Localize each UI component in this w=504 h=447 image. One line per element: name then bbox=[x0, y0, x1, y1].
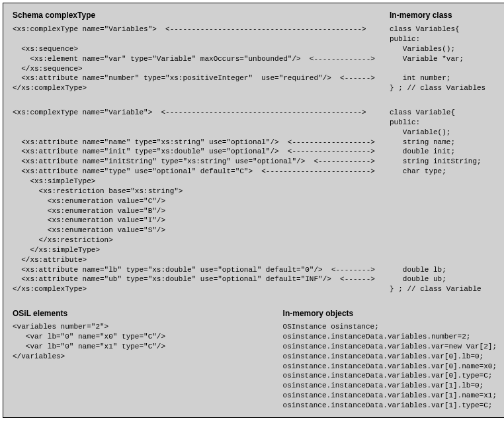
code-line: <xs:enumeration value="I"/> bbox=[13, 216, 497, 225]
class-code: public: bbox=[390, 118, 497, 128]
osil-code: <var lb="0" name="x0" type="C"/> bbox=[13, 332, 283, 342]
schema-code: <xs:sequence> bbox=[13, 44, 390, 54]
code-line: <xs:element name="var" type="Variable" m… bbox=[13, 54, 497, 64]
code-line: <xs:attribute name="type" use="optional"… bbox=[13, 167, 497, 177]
schema-code bbox=[13, 128, 390, 138]
schema-code: <xs:complexType name="Variables"> <-----… bbox=[13, 24, 390, 34]
class-code: int number; bbox=[390, 73, 497, 83]
schema-code: <xs:attribute name="lb" type="xs:double"… bbox=[13, 265, 390, 275]
class-code: double lb; bbox=[390, 265, 497, 275]
code-line: </xs:restriction> bbox=[13, 235, 497, 245]
bottom-section: OSiL elements <variables number="2"> <va… bbox=[13, 309, 497, 411]
osil-code: </variables> bbox=[13, 352, 283, 362]
code-line: <xs:attribute name="ub" type="xs:double"… bbox=[13, 274, 497, 284]
class-code bbox=[390, 245, 497, 255]
object-code: osinstance.instanceData.variables.var[1]… bbox=[283, 391, 497, 401]
schema-code: <xs:enumeration value="I"/> bbox=[13, 216, 390, 225]
schema-code: <xs:complexType name="Variable"> <------… bbox=[13, 108, 390, 118]
schema-code: <xs:attribute name="type" use="optional"… bbox=[13, 167, 390, 177]
object-code: osinstance.instanceData.variables.var=ne… bbox=[283, 342, 497, 352]
block-variable: <xs:complexType name="Variable"> <------… bbox=[13, 108, 497, 294]
objects-column: In-memory objects OSInstance osinstance;… bbox=[283, 309, 497, 411]
class-code: char type; bbox=[390, 167, 497, 177]
class-code: Variable(); bbox=[390, 128, 497, 138]
osil-column: OSiL elements <variables number="2"> <va… bbox=[13, 309, 283, 411]
class-code: double ub; bbox=[390, 274, 497, 284]
code-line: <xs:restriction base="xs:string"> bbox=[13, 186, 497, 196]
osil-code: <variables number="2"> bbox=[13, 322, 283, 332]
object-code: osinstance.instanceData.variables.var[0]… bbox=[283, 362, 497, 372]
code-line: </xs:complexType>} ; // class Variable bbox=[13, 284, 497, 294]
class-code: class Variable{ bbox=[390, 108, 497, 118]
class-code: double init; bbox=[390, 147, 497, 157]
object-code: osinstance.instanceData.variables.var[1]… bbox=[283, 381, 497, 391]
block-variables: <xs:complexType name="Variables"> <-----… bbox=[13, 24, 497, 93]
code-line: </xs:complexType>} ; // class Variables bbox=[13, 83, 497, 93]
schema-code: </xs:complexType> bbox=[13, 284, 390, 294]
code-line: <xs:attribute name="initString" type="xs… bbox=[13, 157, 497, 167]
objects-heading: In-memory objects bbox=[283, 309, 497, 318]
schema-code: <xs:attribute name="initString" type="xs… bbox=[13, 157, 390, 167]
schema-heading: Schema complexType bbox=[13, 10, 390, 20]
class-code bbox=[390, 186, 497, 196]
class-code bbox=[390, 206, 497, 216]
code-line: <xs:complexType name="Variable"> <------… bbox=[13, 108, 497, 118]
object-code: osinstance.instanceData.variables.var[1]… bbox=[283, 401, 497, 411]
code-line: <xs:simpleType> bbox=[13, 177, 497, 186]
schema-code: <xs:enumeration value="B"/> bbox=[13, 206, 390, 216]
figure-container: Schema complexType In-memory class <xs:c… bbox=[3, 3, 504, 418]
code-line: </xs:sequence> bbox=[13, 64, 497, 74]
class-code: string name; bbox=[390, 138, 497, 147]
class-code: public: bbox=[390, 34, 497, 44]
object-code: osinstance.instanceData.variables.number… bbox=[283, 332, 497, 342]
schema-code: <xs:simpleType> bbox=[13, 177, 390, 186]
class-code bbox=[390, 235, 497, 245]
inmem-class-heading: In-memory class bbox=[390, 10, 497, 20]
code-line: public: bbox=[13, 118, 497, 128]
schema-code: <xs:enumeration value="S"/> bbox=[13, 225, 390, 235]
class-code: Variables(); bbox=[390, 44, 497, 54]
schema-code: </xs:complexType> bbox=[13, 83, 390, 93]
class-code: class Variables{ bbox=[390, 24, 497, 34]
class-code bbox=[390, 196, 497, 206]
class-code bbox=[390, 225, 497, 235]
code-line: <xs:attribute name="init" type="xs:doubl… bbox=[13, 147, 497, 157]
code-line: public: bbox=[13, 34, 497, 44]
class-code bbox=[390, 177, 497, 186]
schema-code: <xs:attribute name="init" type="xs:doubl… bbox=[13, 147, 390, 157]
schema-code: </xs:restriction> bbox=[13, 235, 390, 245]
code-line: <xs:attribute name="name" type="xs:strin… bbox=[13, 138, 497, 147]
class-code bbox=[390, 255, 497, 265]
osil-code: <var lb="0" name="x1" type="C"/> bbox=[13, 342, 283, 352]
code-line: <xs:attribute name="number" type="xs:pos… bbox=[13, 73, 497, 83]
class-code: } ; // class Variable bbox=[390, 284, 497, 294]
schema-code: <xs:attribute name="name" type="xs:strin… bbox=[13, 138, 390, 147]
schema-code: <xs:enumeration value="C"/> bbox=[13, 196, 390, 206]
schema-code: <xs:restriction base="xs:string"> bbox=[13, 186, 390, 196]
schema-code: <xs:attribute name="number" type="xs:pos… bbox=[13, 73, 390, 83]
class-code bbox=[390, 216, 497, 225]
schema-code: <xs:element name="var" type="Variable" m… bbox=[13, 54, 390, 64]
schema-code bbox=[13, 34, 390, 44]
class-code: } ; // class Variables bbox=[390, 83, 497, 93]
class-code: Variable *var; bbox=[390, 54, 497, 64]
code-line: <xs:attribute name="lb" type="xs:double"… bbox=[13, 265, 497, 275]
code-line: <xs:sequence> Variables(); bbox=[13, 44, 497, 54]
schema-code bbox=[13, 118, 390, 128]
code-line: <xs:enumeration value="C"/> bbox=[13, 196, 497, 206]
class-code bbox=[390, 64, 497, 74]
schema-code: <xs:attribute name="ub" type="xs:double"… bbox=[13, 274, 390, 284]
object-code: osinstance.instanceData.variables.var[0]… bbox=[283, 371, 497, 381]
code-line: </xs:simpleType> bbox=[13, 245, 497, 255]
schema-code: </xs:sequence> bbox=[13, 64, 390, 74]
class-code: string initString; bbox=[390, 157, 497, 167]
object-code: osinstance.instanceData.variables.var[0]… bbox=[283, 352, 497, 362]
top-header-row: Schema complexType In-memory class bbox=[13, 10, 497, 24]
osil-heading: OSiL elements bbox=[13, 309, 283, 318]
schema-code: </xs:simpleType> bbox=[13, 245, 390, 255]
schema-code: </xs:attribute> bbox=[13, 255, 390, 265]
code-line: <xs:enumeration value="S"/> bbox=[13, 225, 497, 235]
code-line: Variable(); bbox=[13, 128, 497, 138]
code-line: <xs:complexType name="Variables"> <-----… bbox=[13, 24, 497, 34]
code-line: <xs:enumeration value="B"/> bbox=[13, 206, 497, 216]
